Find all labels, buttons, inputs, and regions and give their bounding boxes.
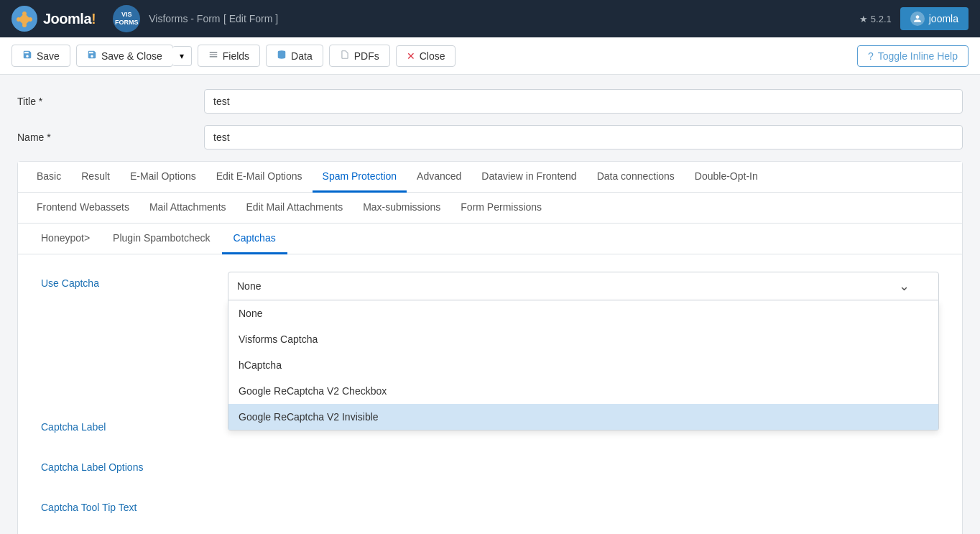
tab-advanced[interactable]: Advanced (407, 162, 471, 193)
dropdown-option-hcaptcha[interactable]: hCaptcha (228, 352, 938, 378)
dropdown-arrow-icon: ▾ (180, 51, 184, 61)
sub-tab-honeypot[interactable]: Honeypot> (29, 224, 101, 254)
dropdown-display[interactable]: None ⌄ (228, 272, 939, 300)
pdfs-icon (340, 50, 350, 62)
user-menu-button[interactable]: joomla (900, 7, 969, 30)
tab-mail-attachments[interactable]: Mail Attachments (139, 193, 236, 224)
joomla-logo-icon (11, 6, 37, 32)
tab-max-submissions[interactable]: Max-submissions (353, 193, 450, 224)
toolbar: Save Save & Close ▾ Fields Data PDFs ✕ C… (0, 37, 980, 75)
sub-tabs-row: Honeypot> Plugin Spambotcheck Captchas (18, 224, 962, 254)
data-button[interactable]: Data (266, 45, 323, 67)
dropdown-selected-value: None (237, 280, 261, 292)
name-row: Name * (17, 125, 963, 149)
tab-frontend-webassets[interactable]: Frontend Webassets (27, 193, 139, 224)
tab-result[interactable]: Result (71, 162, 120, 193)
captcha-label-options-label: Captcha Label Options (41, 456, 228, 473)
joomla-star-icon: ★ (859, 14, 868, 24)
visforms-badge: VISFORMS (113, 5, 140, 32)
dropdown-option-visforms[interactable]: Visforms Captcha (228, 326, 938, 352)
use-captcha-control: None ⌄ None Visforms Captcha hCaptcha Go… (228, 272, 939, 300)
tab-edit-mail-attachments[interactable]: Edit Mail Attachments (236, 193, 353, 224)
help-button[interactable]: ? Toggle Inline Help (857, 45, 969, 67)
sub-tab-captchas[interactable]: Captchas (222, 224, 287, 254)
app-title: Visforms - Form [ Edit Form ] (149, 12, 278, 25)
save-close-button[interactable]: Save & Close (76, 45, 173, 67)
dropdown-option-google-v2-checkbox[interactable]: Google ReCaptcha V2 Checkbox (228, 378, 938, 404)
use-captcha-row: Use Captcha None ⌄ None Visforms Captcha… (41, 272, 939, 300)
pdfs-button[interactable]: PDFs (329, 45, 390, 67)
close-icon: ✕ (407, 50, 415, 62)
tab-dataview[interactable]: Dataview in Frontend (471, 162, 586, 193)
content-area: Title * Name * Basic Result E-Mail Optio… (0, 75, 980, 534)
save-label: Save (37, 50, 60, 62)
fields-label: Fields (223, 50, 249, 62)
dropdown-options-list: None Visforms Captcha hCaptcha Google Re… (228, 300, 939, 431)
data-label: Data (291, 50, 313, 62)
captcha-tooltip-label: Captcha Tool Tip Text (41, 496, 228, 513)
title-label: Title * (17, 96, 204, 107)
tab-email-options[interactable]: E-Mail Options (120, 162, 206, 193)
sub-tab-plugin-spambotcheck[interactable]: Plugin Spambotcheck (101, 224, 221, 254)
data-icon (277, 50, 287, 62)
captcha-label-label: Captcha Label (41, 415, 228, 433)
save-button[interactable]: Save (11, 45, 70, 67)
captcha-tooltip-row: Captcha Tool Tip Text (41, 496, 939, 522)
joomla-logo[interactable]: Joomla! (11, 6, 96, 32)
tab-data-connections[interactable]: Data connections (587, 162, 685, 193)
title-input[interactable] (204, 89, 963, 114)
dropdown-option-none[interactable]: None (228, 300, 938, 326)
save-icon (22, 50, 32, 62)
title-row: Title * (17, 89, 963, 114)
dropdown-chevron-icon: ⌄ (899, 278, 910, 294)
fields-button[interactable]: Fields (198, 45, 260, 67)
pdfs-label: PDFs (354, 50, 379, 62)
fields-icon (208, 50, 218, 62)
use-captcha-label: Use Captcha (41, 272, 228, 289)
save-close-icon (87, 50, 97, 62)
top-navigation: Joomla! VISFORMS Visforms - Form [ Edit … (0, 0, 980, 37)
user-icon (910, 11, 925, 26)
main-tabs-row: Basic Result E-Mail Options Edit E-Mail … (18, 162, 962, 193)
use-captcha-dropdown[interactable]: None ⌄ None Visforms Captcha hCaptcha Go… (228, 272, 939, 300)
dropdown-option-google-v2-invisible[interactable]: Google ReCaptcha V2 Invisible (228, 404, 938, 430)
tab-basic[interactable]: Basic (27, 162, 71, 193)
tab-edit-email-options[interactable]: Edit E-Mail Options (206, 162, 313, 193)
tab-double-opt-in[interactable]: Double-Opt-In (685, 162, 768, 193)
help-icon: ? (868, 50, 874, 62)
close-button[interactable]: ✕ Close (396, 45, 456, 67)
help-label: Toggle Inline Help (878, 50, 958, 62)
tab-spam-protection[interactable]: Spam Protection (313, 162, 407, 193)
save-dropdown-button[interactable]: ▾ (172, 46, 192, 66)
main-tabs-row-2: Frontend Webassets Mail Attachments Edit… (18, 193, 962, 224)
captcha-label-options-row: Captcha Label Options (41, 456, 939, 482)
tabs-container: Basic Result E-Mail Options Edit E-Mail … (17, 161, 963, 534)
captcha-form-section: Use Captcha None ⌄ None Visforms Captcha… (18, 254, 962, 534)
name-input[interactable] (204, 125, 963, 149)
close-label: Close (420, 50, 445, 62)
joomla-wordmark: Joomla! (43, 11, 96, 27)
tab-form-permissions[interactable]: Form Permissions (450, 193, 552, 224)
name-label: Name * (17, 132, 204, 143)
save-close-label: Save & Close (101, 50, 162, 62)
user-label: joomla (929, 13, 958, 24)
version-info: ★ 5.2.1 (859, 14, 892, 24)
